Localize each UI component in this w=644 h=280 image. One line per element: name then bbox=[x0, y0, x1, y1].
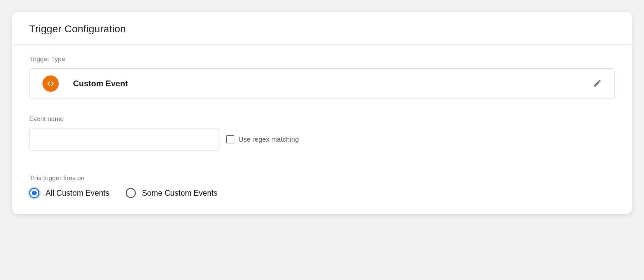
use-regex-label: Use regex matching bbox=[238, 136, 299, 143]
checkbox-icon bbox=[226, 135, 234, 143]
event-name-row: Use regex matching bbox=[29, 128, 615, 151]
fires-on-radio-group: All Custom Events Some Custom Events bbox=[29, 188, 615, 198]
event-name-input[interactable] bbox=[29, 128, 219, 151]
trigger-type-name: Custom Event bbox=[73, 79, 590, 88]
radio-selected-icon bbox=[29, 188, 39, 198]
use-regex-checkbox[interactable]: Use regex matching bbox=[226, 135, 299, 143]
edit-trigger-type-button[interactable] bbox=[590, 76, 605, 91]
trigger-configuration-card: Trigger Configuration Trigger Type Custo… bbox=[12, 12, 632, 214]
event-name-label: Event name bbox=[29, 115, 615, 123]
card-body: Trigger Type Custom Event bbox=[12, 45, 632, 214]
radio-label-all: All Custom Events bbox=[46, 189, 109, 198]
code-icon bbox=[42, 75, 59, 92]
radio-label-some: Some Custom Events bbox=[142, 189, 217, 198]
radio-all-custom-events[interactable]: All Custom Events bbox=[29, 188, 109, 198]
radio-unselected-icon bbox=[126, 188, 136, 198]
radio-some-custom-events[interactable]: Some Custom Events bbox=[126, 188, 217, 198]
trigger-type-selector[interactable]: Custom Event bbox=[29, 68, 615, 99]
card-header: Trigger Configuration bbox=[12, 12, 632, 45]
trigger-type-label: Trigger Type bbox=[29, 55, 615, 63]
pencil-icon bbox=[593, 79, 602, 89]
fires-on-label: This trigger fires on bbox=[29, 174, 615, 182]
card-title: Trigger Configuration bbox=[29, 23, 615, 35]
